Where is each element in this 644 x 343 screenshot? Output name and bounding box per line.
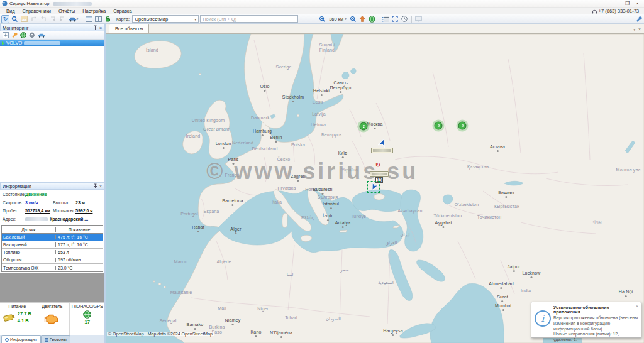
layout-split-button[interactable]: [94, 15, 103, 23]
menu-item[interactable]: Справка: [109, 8, 135, 14]
map-label: Lietuva: [311, 122, 326, 128]
car-icon: [69, 16, 77, 22]
sensor-row[interactable]: Топливо653 л: [2, 249, 103, 256]
globe-small-icon[interactable]: [20, 32, 26, 38]
maximize-button[interactable]: ❐: [623, 0, 632, 7]
map-provider-select[interactable]: OpenStreetMap ▾: [132, 15, 199, 23]
map-label: Тоҷикистон: [477, 215, 502, 220]
map-label: Hargeysa: [383, 329, 403, 336]
show-all-objects-button[interactable]: [368, 15, 376, 23]
hours-value[interactable]: 5992,0 ч: [75, 209, 92, 213]
map-label: Türkmenistan: [434, 214, 462, 219]
pin-icon[interactable]: [93, 183, 97, 188]
map-label: Rabat: [192, 225, 204, 232]
menu-item[interactable]: Вид: [3, 8, 19, 14]
map-label: Niamey: [225, 318, 241, 325]
history-button[interactable]: [401, 15, 409, 23]
map-label: ليبيا: [287, 272, 294, 277]
legend-button[interactable]: [382, 15, 390, 23]
map-label: Sverige: [275, 65, 291, 70]
support-phone: +7 (863) 333-01-73: [591, 8, 641, 14]
tools-icon[interactable]: [11, 32, 18, 38]
clock-icon: [401, 16, 408, 22]
sensor-row[interactable]: Обороты597 об/мин: [2, 256, 103, 264]
chart-placeholder: [0, 273, 104, 302]
route-forward-button[interactable]: [39, 15, 47, 23]
vehicle-row-volvo[interactable]: VOLVO: [0, 40, 104, 46]
refresh-button[interactable]: ↻: [1, 15, 9, 23]
map-label: Barcelona: [222, 199, 243, 206]
selected-vehicle-box[interactable]: [367, 181, 380, 193]
route-back-button[interactable]: [30, 15, 38, 23]
car-small-icon[interactable]: [38, 33, 45, 38]
sidebar-tab-info[interactable]: Информация: [1, 335, 41, 343]
event-marker-icon[interactable]: ↻: [375, 161, 380, 168]
map-scale-select[interactable]: 369 км ▾: [328, 16, 348, 22]
map-label: Ireland: [186, 134, 201, 139]
vehicle-info: Состояние: Движение Скорость: 3 км/ч Выс…: [0, 190, 104, 224]
vehicle-cluster-marker[interactable]: 2: [458, 122, 467, 130]
layout-panels-button[interactable]: [85, 15, 93, 23]
menu-item[interactable]: Настройка: [79, 8, 109, 14]
wrench-icon: [635, 16, 642, 23]
lock-button[interactable]: [104, 15, 112, 23]
mileage-value[interactable]: 512739,4 км: [25, 209, 53, 213]
map-label: Jaipur: [508, 264, 520, 272]
track-end-button[interactable]: [58, 15, 66, 23]
monitoring-toolbar: [0, 31, 104, 40]
list-icon: [382, 16, 389, 22]
vehicle-cluster-marker[interactable]: 2: [360, 122, 368, 131]
mileage-label: Пробег:: [0, 209, 25, 213]
vehicle-name-plate[interactable]: [371, 148, 393, 153]
home-view-button[interactable]: [358, 15, 367, 23]
close-panel-icon[interactable]: ×: [99, 184, 102, 188]
sidebar-tab-geozones[interactable]: Геозоны: [41, 335, 70, 343]
minimize-button[interactable]: –: [613, 0, 622, 7]
speed-value: 3 км/ч: [25, 200, 53, 205]
fullscreen-button[interactable]: [391, 15, 399, 23]
expand-all-icon[interactable]: [3, 32, 9, 38]
search-input[interactable]: [200, 15, 298, 23]
map-label: Niger: [257, 307, 269, 312]
tab-close-icon[interactable]: ×: [638, 27, 641, 31]
headset-icon: [591, 8, 597, 14]
vehicle-cluster-marker[interactable]: 2: [435, 122, 443, 130]
vehicle-menu-button[interactable]: ▾: [67, 15, 79, 23]
sensor-col-value: Показание: [56, 227, 103, 232]
monitor-button[interactable]: [414, 15, 423, 23]
search-objects-button[interactable]: [11, 15, 19, 23]
track-start-button[interactable]: [48, 15, 57, 23]
map-label: Maroc: [174, 259, 187, 264]
monitoring-list[interactable]: [0, 46, 104, 182]
tab-all-objects[interactable]: Все объекты: [109, 24, 149, 33]
zoom-out-button[interactable]: [349, 15, 357, 23]
zoom-region-button[interactable]: [318, 15, 326, 23]
settings-wrench-button[interactable]: [635, 15, 643, 23]
moving-status-icon: [2, 41, 4, 45]
menu-item[interactable]: Справочники: [19, 8, 55, 14]
gear-icon[interactable]: [29, 32, 35, 38]
close-button[interactable]: ×: [633, 0, 642, 7]
map-label: Mali: [218, 306, 226, 311]
map-area: Все объекты ▾ ×: [106, 24, 644, 343]
lock-icon: [105, 16, 111, 22]
sensor-row[interactable]: Температура ОЖ23.0 °C: [2, 264, 103, 271]
sensor-col-name: Датчик: [2, 227, 56, 232]
notification-close-icon[interactable]: ×: [636, 304, 638, 308]
pin-icon[interactable]: [93, 25, 97, 30]
route-forward-icon: [40, 16, 47, 22]
map-canvas[interactable]: ÍslandSuomi / FinlandSverigeOsloСанкт- П…: [106, 34, 644, 343]
state-value: Движение: [25, 192, 47, 197]
sensor-row[interactable]: Бак правый177 л; t°: 16 °C: [2, 241, 103, 249]
menu-item[interactable]: Отчёты: [55, 8, 79, 14]
snapshot-button[interactable]: [20, 15, 28, 23]
map-label: Oslo: [260, 84, 269, 92]
map-label: Eesti: [313, 100, 323, 105]
close-panel-icon[interactable]: ×: [99, 26, 102, 30]
gps-status: ГЛОНАСС/GPS 17: [70, 303, 104, 335]
vehicle-name-plate[interactable]: [370, 172, 389, 177]
sensor-row[interactable]: Бак левый475 л; t°: 16 °C: [2, 234, 103, 241]
tab-list-dropdown-icon[interactable]: ▾: [633, 28, 635, 31]
up-arrow-icon: [359, 16, 365, 22]
map-label: Helsinki: [313, 89, 330, 96]
